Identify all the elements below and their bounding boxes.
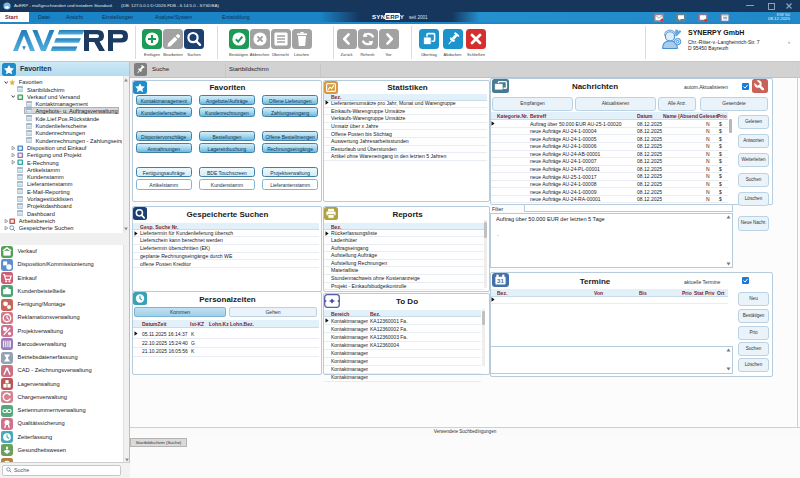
- svg-text:31: 31: [497, 278, 504, 284]
